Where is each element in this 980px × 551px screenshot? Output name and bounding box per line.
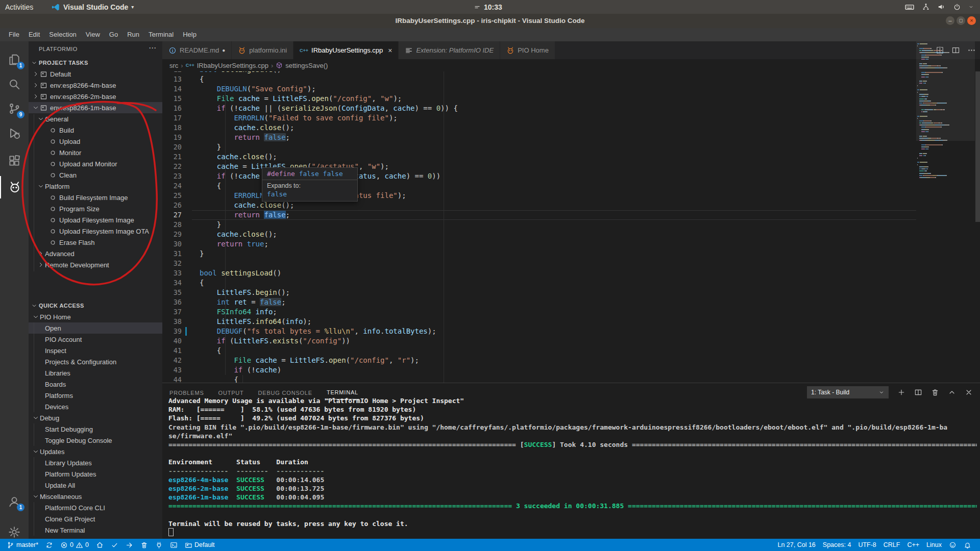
status-feedback[interactable] [945,539,960,551]
sidebar-more-actions[interactable]: ⋯ [149,43,156,53]
trash-icon[interactable] [931,388,939,396]
sidebar-item-updates[interactable]: Updates [29,446,162,457]
sidebar-item-upload-filesystem-image-ota[interactable]: Upload Filesystem Image OTA [29,226,162,237]
breadcrumb-item[interactable]: settingsSave() [285,62,328,69]
status-spaces-4[interactable]: Spaces: 4 [819,539,855,551]
code-line-20[interactable]: 20 } [162,142,980,152]
menu-file[interactable]: File [4,28,24,41]
splitview-icon[interactable] [914,388,922,396]
section-quick-access[interactable]: QUICK ACCESS [29,300,162,311]
window-minimize-button[interactable]: – [946,16,954,25]
code-line-39[interactable]: 39 DEBUGF("fs total bytes = %llu\n", inf… [162,327,980,336]
activities-button[interactable]: Activities [5,0,33,14]
tab-irbabyusersettings-cpp[interactable]: C++IRbabyUserSettings.cpp× [293,41,399,59]
status-utf-8[interactable]: UTF-8 [854,539,879,551]
sidebar-item-projects-configuration[interactable]: Projects & Configuration [29,356,162,367]
sidebar-item-inspect[interactable]: Inspect [29,345,162,356]
sidebar-item-remote-development[interactable]: Remote Development [29,259,162,270]
sidebar-item-build-filesystem-image[interactable]: Build Filesystem Image [29,192,162,203]
code-line-13[interactable]: 13{ [162,74,980,84]
code-line-29[interactable]: 29 cache.close(); [162,230,980,239]
code-line-44[interactable]: 44 { [162,375,980,383]
code-line-40[interactable]: 40 if (LittleFS.exists("/config")) [162,336,980,346]
sidebar-item-env-esp8266-2m-base[interactable]: env:esp8266-2m-base [29,91,162,102]
tab-pio-home[interactable]: PIO Home [500,41,555,59]
sidebar-item-advanced[interactable]: Advanced [29,248,162,259]
sidebar-item-platform[interactable]: Platform [29,181,162,192]
sidebar-item-platformio-core-cli[interactable]: PlatformIO Core CLI [29,502,162,513]
sidebar-item-upload-filesystem-image[interactable]: Upload Filesystem Image [29,214,162,226]
code-line-34[interactable]: 34{ [162,278,980,288]
chevup-icon[interactable] [948,388,956,396]
window-maximize-button[interactable]: ◻ [957,16,965,25]
status-c-[interactable]: C++ [903,539,923,551]
terminal-output[interactable]: Advanced Memory Usage is available via "… [168,396,977,539]
activity-pio[interactable] [0,176,29,198]
code-line-19[interactable]: 19 return false; [162,133,980,142]
status-crlf[interactable]: CRLF [880,539,904,551]
menu-edit[interactable]: Edit [24,28,44,41]
code-line-42[interactable]: 42 File cache = LittleFS.open("/config",… [162,356,980,365]
clock[interactable]: 10:33 [474,0,502,14]
menu-go[interactable]: Go [105,28,122,41]
sidebar-item-toggle-debug-console[interactable]: Toggle Debug Console [29,435,162,446]
status-ln-27-col-16[interactable]: Ln 27, Col 16 [774,539,819,551]
sidebar-item-env-esp8266-4m-base[interactable]: env:esp8266-4m-base [29,80,162,91]
code-line-26[interactable]: 26 cache.close(); [162,201,980,210]
sidebar-item-upload-and-monitor[interactable]: Upload and Monitor [29,158,162,169]
closex-icon[interactable] [965,388,973,396]
activity-account[interactable]: 1 [0,490,29,513]
menu-view[interactable]: View [81,28,105,41]
code-line-15[interactable]: 15 File cache = LittleFS.open("/config",… [162,94,980,104]
sidebar-item-general[interactable]: General [29,113,162,124]
sidebar-item-update-all[interactable]: Update All [29,480,162,491]
sidebar-item-debug[interactable]: Debug [29,412,162,423]
status-folder[interactable]: Default [181,539,218,551]
sidebar-item-pio-account[interactable]: PIO Account [29,334,162,345]
sidebar-item-upload[interactable]: Upload [29,136,162,147]
system-tray[interactable] [904,0,974,14]
status-err[interactable]: 00 [57,539,92,551]
tab-platformio-ini[interactable]: platformio.ini [232,41,293,59]
sidebar-item-devices[interactable]: Devices [29,401,162,412]
status-sync[interactable] [42,539,57,551]
plus-icon[interactable] [897,388,905,396]
breadcrumb[interactable]: src›C++IRbabyUserSettings.cpp›settingsSa… [162,59,980,71]
code-line-38[interactable]: 38 LittleFS.info64(info); [162,317,980,327]
code-line-41[interactable]: 41 { [162,346,980,356]
status-arrow[interactable] [122,539,137,551]
activity-files[interactable]: 1 [0,48,29,71]
app-menu[interactable]: Visual Studio Code▾ [51,0,134,14]
menu-selection[interactable]: Selection [44,28,81,41]
sidebar-item-libraries[interactable]: Libraries [29,367,162,379]
status-linux[interactable]: Linux [923,539,945,551]
code-line-18[interactable]: 18 cache.close(); [162,123,980,133]
sidebar-item-pio-home[interactable]: PIO Home [29,311,162,322]
code-line-36[interactable]: 36 int ret = false; [162,297,980,307]
code-line-43[interactable]: 43 if (!cache) [162,365,980,375]
sidebar-item-platforms[interactable]: Platforms [29,390,162,401]
minimap[interactable] [916,41,975,353]
code-line-37[interactable]: 37 FSInfo64 info; [162,307,980,317]
code-line-14[interactable]: 14 DEBUGLN("Save Config"); [162,84,980,94]
code-line-30[interactable]: 30 return true; [162,239,980,249]
status-plug[interactable] [152,539,166,551]
tab-close-icon[interactable]: × [388,46,392,55]
sidebar-item-default[interactable]: Default [29,68,162,80]
code-line-33[interactable]: 33bool settingsLoad() [162,268,980,278]
status-termbox[interactable] [166,539,181,551]
sidebar-item-clone-git-project[interactable]: Clone Git Project [29,513,162,524]
breadcrumb-item[interactable]: IRbabyUserSettings.cpp [197,62,268,69]
sidebar-item-program-size[interactable]: Program Size [29,203,162,214]
window-close-button[interactable]: × [967,16,976,25]
sidebar-item-start-debugging[interactable]: Start Debugging [29,423,162,435]
tab-readme-md[interactable]: README.md● [162,41,232,59]
status-branch[interactable]: master* [3,539,42,551]
sidebar-item-new-terminal[interactable]: New Terminal [29,524,162,536]
sidebar-item-env-esp8266-1m-base[interactable]: env:esp8266-1m-base [29,102,162,113]
code-line-28[interactable]: 28 } [162,220,980,230]
menu-run[interactable]: Run [122,28,144,41]
activity-search[interactable] [0,73,29,95]
activity-ext[interactable] [0,149,29,172]
sidebar-item-miscellaneous[interactable]: Miscellaneous [29,491,162,502]
